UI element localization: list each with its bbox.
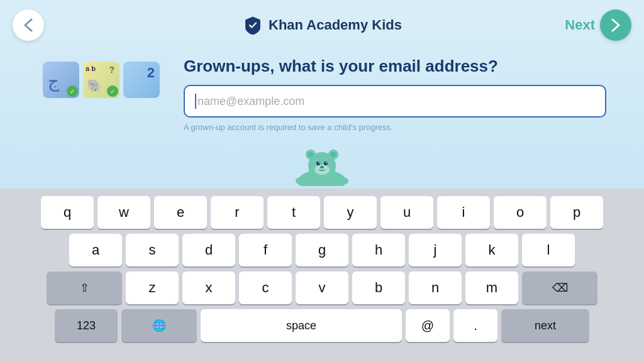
key-c[interactable]: c: [239, 272, 292, 304]
space-key[interactable]: space: [201, 309, 402, 342]
key-t[interactable]: t: [267, 196, 320, 229]
numbers-key[interactable]: 123: [55, 309, 118, 342]
svg-point-10: [326, 162, 327, 163]
content-area: ✓ 🐘 ✓ Grown-ups, what is your email addr…: [0, 50, 644, 132]
keyboard-section: q w e r t y u i o p a s d f g h j k l ⇧ …: [0, 189, 644, 362]
svg-point-13: [333, 177, 348, 185]
key-u[interactable]: u: [380, 196, 433, 229]
header: Khan Academy Kids Next: [0, 0, 644, 50]
svg-point-12: [296, 177, 311, 185]
keyboard-row-1: q w e r t y u i o p: [6, 196, 638, 229]
key-s[interactable]: s: [126, 234, 179, 266]
bear-svg: [291, 142, 353, 186]
globe-key[interactable]: 🌐: [121, 309, 197, 342]
thumbnail-1: ✓: [43, 62, 79, 98]
key-f[interactable]: f: [239, 234, 292, 266]
logo-icon: [242, 14, 264, 36]
bear-character: [291, 142, 353, 189]
next-area: Next: [565, 9, 631, 41]
form-helper-text: A grown-up account is required to save a…: [184, 123, 606, 132]
key-v[interactable]: v: [296, 272, 348, 304]
key-k[interactable]: k: [465, 234, 518, 266]
text-cursor: [195, 94, 196, 109]
check-badge-1: ✓: [67, 85, 78, 97]
logo-area: Khan Academy Kids: [242, 14, 402, 36]
key-w[interactable]: w: [97, 196, 150, 229]
key-m[interactable]: m: [465, 272, 518, 304]
email-input-wrapper[interactable]: name@example.com: [184, 85, 606, 118]
svg-point-4: [308, 152, 313, 157]
check-badge-2: ✓: [107, 85, 118, 97]
keyboard-row-3: ⇧ z x c v b n m ⌫: [6, 272, 638, 304]
key-l[interactable]: l: [522, 234, 575, 266]
keyboard-row-2: a s d f g h j k l: [6, 234, 638, 266]
key-n[interactable]: n: [409, 272, 462, 304]
keyboard-row-4: 123 🌐 space @ . next: [6, 309, 638, 342]
form-title: Grown-ups, what is your email address?: [184, 57, 606, 76]
form-area: Grown-ups, what is your email address? n…: [184, 57, 606, 132]
shift-key[interactable]: ⇧: [47, 272, 122, 304]
backspace-key[interactable]: ⌫: [522, 272, 597, 304]
key-y[interactable]: y: [324, 196, 377, 229]
key-p[interactable]: p: [550, 196, 603, 229]
dot-key[interactable]: .: [453, 309, 497, 342]
key-r[interactable]: r: [211, 196, 264, 229]
thumbnail-2: 🐘 ✓: [83, 62, 119, 98]
key-x[interactable]: x: [182, 272, 235, 304]
key-j[interactable]: j: [409, 234, 462, 266]
svg-point-8: [324, 162, 328, 165]
email-placeholder: name@example.com: [197, 95, 304, 108]
key-o[interactable]: o: [494, 196, 547, 229]
key-i[interactable]: i: [437, 196, 490, 229]
key-z[interactable]: z: [126, 272, 179, 304]
thumbnail-3: [123, 62, 160, 98]
key-q[interactable]: q: [41, 196, 94, 229]
key-h[interactable]: h: [352, 234, 405, 266]
key-b[interactable]: b: [352, 272, 405, 304]
next-label: Next: [565, 17, 595, 33]
svg-point-7: [316, 162, 320, 165]
back-button[interactable]: [13, 9, 44, 41]
svg-point-9: [318, 162, 319, 163]
thumbnails: ✓ 🐘 ✓: [38, 57, 165, 103]
svg-point-11: [320, 166, 324, 168]
key-a[interactable]: a: [69, 234, 122, 266]
logo-text: Khan Academy Kids: [269, 17, 402, 33]
at-key[interactable]: @: [406, 309, 450, 342]
key-g[interactable]: g: [296, 234, 348, 266]
next-button[interactable]: [600, 9, 631, 41]
svg-point-5: [331, 152, 336, 157]
top-section: Khan Academy Kids Next ✓ 🐘 ✓: [0, 0, 644, 189]
keyboard-next-key[interactable]: next: [501, 309, 589, 342]
key-e[interactable]: e: [154, 196, 207, 229]
key-d[interactable]: d: [182, 234, 235, 266]
